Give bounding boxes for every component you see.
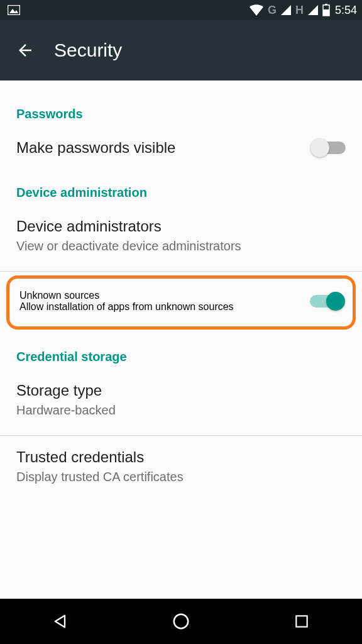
row-title: Device administrators — [16, 218, 346, 235]
status-bar: G H 5:54 — [0, 0, 362, 20]
row-title: Make passwords visible — [16, 139, 303, 157]
toggle-make-passwords-visible[interactable] — [313, 142, 346, 154]
signal-icon-1 — [280, 4, 292, 16]
back-button[interactable] — [10, 41, 40, 60]
navigation-bar — [0, 599, 362, 644]
row-title: Trusted credentials — [16, 448, 346, 466]
row-storage-type[interactable]: Storage type Hardware-backed — [0, 369, 362, 431]
nav-back-button[interactable] — [38, 606, 83, 636]
svg-marker-1 — [9, 9, 18, 13]
svg-rect-8 — [296, 616, 307, 626]
svg-marker-3 — [308, 5, 318, 15]
settings-list: Passwords Make passwords visible Device … — [0, 80, 362, 498]
network-label-1: G — [268, 4, 277, 17]
page-title: Security — [54, 40, 122, 61]
row-title: Storage type — [16, 382, 346, 399]
row-trusted-credentials[interactable]: Trusted credentials Display trusted CA c… — [0, 436, 362, 498]
svg-rect-0 — [8, 6, 20, 15]
row-subtitle: Hardware-backed — [16, 402, 346, 419]
app-bar: Security — [0, 20, 362, 80]
nav-home-button[interactable] — [158, 606, 204, 636]
toggle-unknown-sources[interactable] — [310, 295, 343, 308]
row-subtitle: View or deactivate device administrators — [16, 238, 346, 255]
signal-icon-2 — [307, 4, 319, 16]
nav-recent-button[interactable] — [279, 606, 324, 636]
row-subtitle: Display trusted CA certificates — [16, 469, 346, 486]
image-icon — [5, 5, 20, 15]
clock: 5:54 — [335, 4, 357, 17]
row-make-passwords-visible[interactable]: Make passwords visible — [0, 126, 362, 169]
divider — [0, 271, 362, 272]
row-title: Unknown sources — [19, 290, 300, 301]
row-unknown-sources-highlight: Unknown sources Allow installation of ap… — [6, 275, 356, 330]
battery-icon — [322, 4, 330, 16]
section-credential-storage: Credential storage — [0, 333, 362, 369]
svg-marker-2 — [281, 5, 291, 15]
section-device-administration: Device administration — [0, 169, 362, 205]
svg-point-7 — [174, 614, 189, 629]
row-subtitle: Allow installation of apps from unknown … — [19, 301, 300, 313]
svg-rect-6 — [323, 9, 329, 16]
network-label-2: H — [295, 4, 304, 17]
wifi-icon — [249, 4, 264, 16]
row-unknown-sources[interactable]: Unknown sources Allow installation of ap… — [19, 290, 300, 313]
section-passwords: Passwords — [0, 80, 362, 126]
row-device-administrators[interactable]: Device administrators View or deactivate… — [0, 205, 362, 267]
